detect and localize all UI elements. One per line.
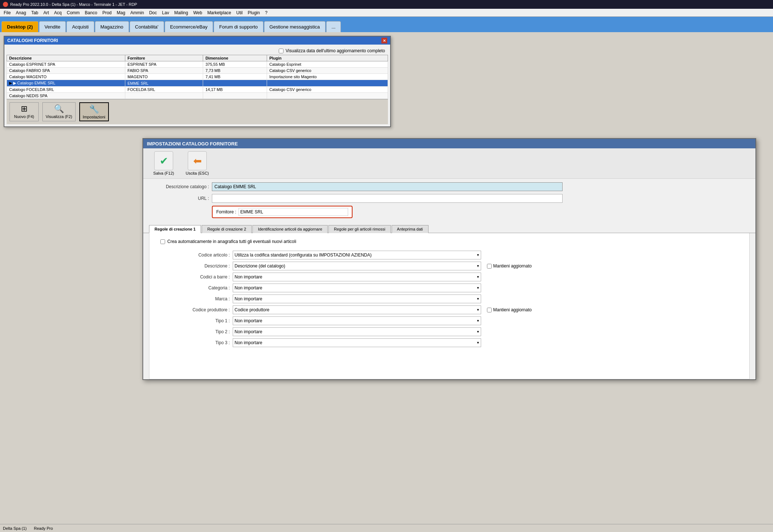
last-update-checkbox[interactable] bbox=[279, 49, 283, 53]
tab-vendite[interactable]: Vendite bbox=[39, 21, 66, 32]
catalog-btn-0[interactable]: ⊞Nuovo (F4) bbox=[9, 102, 39, 121]
catalog-row-dimensione-3 bbox=[203, 80, 267, 87]
tab-acquisti[interactable]: Acquisti bbox=[66, 21, 94, 32]
settings-select-7[interactable]: Non importare bbox=[233, 327, 481, 336]
auto-create-row: Crea automaticamente in anagrafica tutti… bbox=[157, 237, 742, 246]
catalog-row-plugin-3 bbox=[267, 80, 388, 87]
imp-tab-0[interactable]: Regole di creazione 1 bbox=[149, 225, 201, 233]
col-descrizione: Descrizione bbox=[7, 55, 125, 61]
menu-item-mag[interactable]: Mag bbox=[115, 10, 127, 16]
catalog-row-plugin-2: Importazione sito Magento bbox=[267, 74, 388, 80]
settings-row-2: Codici a barre :Non importare bbox=[157, 273, 742, 281]
menu-item-anag[interactable]: Anag bbox=[14, 10, 28, 16]
impostazioni-title: IMPOSTAZIONI CATALOGO FORNITORE bbox=[147, 141, 238, 147]
settings-label-4: Marca : bbox=[157, 296, 230, 301]
imp-tab-2[interactable]: Identificazione articoli da aggiornare bbox=[252, 225, 328, 233]
menu-item-ammin[interactable]: Ammin bbox=[128, 10, 146, 16]
settings-label-8: Tipo 3 : bbox=[157, 340, 230, 345]
form-section: Descrizione catalogo : URL : Fornitore : bbox=[143, 179, 755, 225]
menu-item-plugin[interactable]: Plugin bbox=[245, 10, 262, 16]
menu-item-file[interactable]: File bbox=[1, 10, 13, 16]
last-update-label: Visualizza data dell'ultimo aggiornament… bbox=[286, 48, 385, 53]
settings-select-1[interactable]: Descrizione (del catalogo) bbox=[233, 262, 481, 270]
tab-desktop-(2)[interactable]: Desktop (2) bbox=[1, 21, 38, 32]
fornitore-label: Fornitore : bbox=[216, 209, 236, 214]
settings-select-8[interactable]: Non importare bbox=[233, 338, 481, 347]
catalog-row-fornitore-4: FOCELDA SRL bbox=[125, 87, 203, 93]
menu-item-marketplace[interactable]: Marketplace bbox=[205, 10, 233, 16]
tab-...[interactable]: ... bbox=[326, 21, 341, 32]
salva-button[interactable]: ✔ Salva (F12) bbox=[149, 151, 178, 175]
status-app: Ready Pro bbox=[34, 526, 53, 531]
tab-gestione-messaggistica[interactable]: Gestione messaggistica bbox=[264, 21, 325, 32]
imp-tab-1[interactable]: Regole di creazione 2 bbox=[202, 225, 251, 233]
catalog-btn-label-0: Nuovo (F4) bbox=[14, 114, 34, 119]
auto-create-checkbox[interactable] bbox=[160, 239, 165, 244]
tab-magazzino[interactable]: Magazzino bbox=[95, 21, 129, 32]
settings-extra-checkbox-1[interactable] bbox=[487, 264, 492, 269]
settings-label-0: Codice articolo : bbox=[157, 252, 230, 258]
cataloghi-close-button[interactable]: ✕ bbox=[381, 38, 387, 43]
fornitore-input[interactable] bbox=[239, 208, 348, 216]
catalog-row-desc-4[interactable]: Catalogo FOCELDA SRL bbox=[7, 87, 125, 93]
catalog-row-desc-0[interactable]: Catalogo ESPRINET SPA bbox=[7, 61, 125, 68]
settings-select-3[interactable]: Non importare bbox=[233, 284, 481, 292]
tab-contabilita'[interactable]: Contabilita' bbox=[130, 21, 164, 32]
imp-tab-3[interactable]: Regole per gli articoli rimossi bbox=[328, 225, 391, 233]
settings-select-5[interactable]: Codice produttore bbox=[233, 305, 481, 314]
catalog-row-desc-1[interactable]: Catalogo FABRIO SPA bbox=[7, 68, 125, 74]
menu-item-doc[interactable]: Doc bbox=[147, 10, 159, 16]
menu-item-comm[interactable]: Comm bbox=[65, 10, 82, 16]
settings-row-1: Descrizione :Descrizione (del catalogo)M… bbox=[157, 262, 742, 270]
settings-row-3: Categoria :Non importare bbox=[157, 284, 742, 292]
settings-extra-checkbox-5[interactable] bbox=[487, 308, 492, 312]
catalog-row-plugin-1: Catalogo CSV generico bbox=[267, 68, 388, 74]
menu-item-tab[interactable]: Tab bbox=[29, 10, 40, 16]
menu-item-web[interactable]: Web bbox=[191, 10, 204, 16]
select-wrapper-1: Descrizione (del catalogo) bbox=[233, 262, 481, 270]
menu-bar: FileAnagTabArtAcqCommBancoProdMagAmminDo… bbox=[0, 9, 773, 17]
settings-select-4[interactable]: Non importare bbox=[233, 294, 481, 303]
status-bar: Delta Spa (1) Ready Pro bbox=[0, 524, 773, 532]
col-plugin: Plugin bbox=[267, 55, 388, 61]
imp-tab-4[interactable]: Anteprima dati bbox=[392, 225, 429, 233]
uscita-button[interactable]: ⬅ Uscita (ESC) bbox=[183, 151, 212, 175]
menu-item-mailing[interactable]: Mailing bbox=[172, 10, 190, 16]
uscita-label: Uscita (ESC) bbox=[186, 171, 209, 175]
catalog-btn-2[interactable]: 🔧Impostazioni bbox=[79, 102, 109, 121]
settings-select-6[interactable]: Non importare bbox=[233, 316, 481, 325]
descrizione-input[interactable] bbox=[212, 182, 563, 191]
catalog-row-desc-5[interactable]: Catalogo NEDIS SPA bbox=[7, 93, 125, 99]
menu-item-prod[interactable]: Prod bbox=[100, 10, 114, 16]
url-label: URL : bbox=[151, 196, 209, 201]
tab-forum-di-supporto[interactable]: Forum di supporto bbox=[214, 21, 263, 32]
fornitore-row: Fornitore : bbox=[151, 206, 748, 218]
catalog-row-desc-2[interactable]: Catalogo MAGENTO bbox=[7, 74, 125, 80]
salva-icon: ✔ bbox=[154, 151, 173, 170]
impostazioni-titlebar: IMPOSTAZIONI CATALOGO FORNITORE bbox=[143, 139, 755, 148]
imp-toolbar: ✔ Salva (F12) ⬅ Uscita (ESC) bbox=[143, 148, 755, 179]
catalog-btn-1[interactable]: 🔍Visualizza (F2) bbox=[42, 102, 76, 121]
menu-item-util[interactable]: Util bbox=[234, 10, 245, 16]
catalog-btn-icon-2: 🔧 bbox=[89, 104, 99, 114]
url-input[interactable] bbox=[212, 194, 563, 203]
catalog-row-desc-3[interactable]: ▶ Catalogo EMME SRL bbox=[7, 80, 125, 87]
descrizione-row: Descrizione catalogo : bbox=[151, 182, 748, 191]
status-company: Delta Spa (1) bbox=[3, 526, 27, 531]
catalog-row-dimensione-1: 7,73 MB bbox=[203, 68, 267, 74]
menu-item-?[interactable]: ? bbox=[263, 10, 270, 16]
tab-ecommerce/ebay[interactable]: Ecommerce/eBay bbox=[165, 21, 213, 32]
descrizione-label: Descrizione catalogo : bbox=[151, 184, 209, 189]
menu-item-lav[interactable]: Lav bbox=[160, 10, 171, 16]
settings-extra-label-1: Mantieni aggiornato bbox=[487, 263, 532, 269]
settings-select-2[interactable]: Non importare bbox=[233, 273, 481, 281]
settings-label-7: Tipo 2 : bbox=[157, 329, 230, 334]
settings-row-4: Marca :Non importare bbox=[157, 294, 742, 303]
menu-item-art[interactable]: Art bbox=[41, 10, 51, 16]
url-row: URL : bbox=[151, 194, 748, 203]
salva-label: Salva (F12) bbox=[153, 171, 174, 175]
menu-item-acq[interactable]: Acq bbox=[52, 10, 64, 16]
settings-select-0[interactable]: Utilizza la codifica standard (configura… bbox=[233, 251, 481, 259]
settings-label-2: Codici a barre : bbox=[157, 274, 230, 280]
menu-item-banco[interactable]: Banco bbox=[83, 10, 99, 16]
